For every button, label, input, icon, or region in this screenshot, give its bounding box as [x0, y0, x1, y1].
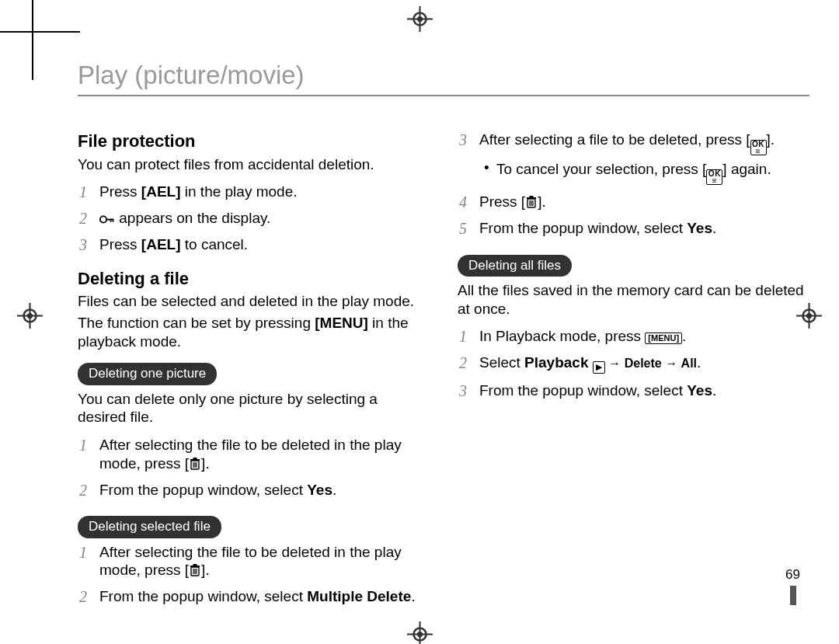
list-item: After selecting the file to be deleted i… [78, 543, 430, 580]
list-item: From the popup window, select Yes. [458, 381, 809, 400]
step-text: Press [ [479, 193, 525, 210]
steps-list: After selecting the file to be deleted i… [78, 543, 430, 606]
step-text: appears on the display. [115, 210, 270, 226]
trash-icon [525, 195, 538, 209]
svg-rect-4 [407, 18, 433, 19]
svg-rect-14 [17, 315, 43, 316]
list-item: After selecting a file to be deleted, pr… [458, 131, 809, 185]
svg-rect-32 [193, 564, 197, 566]
svg-rect-22 [110, 219, 112, 222]
svg-rect-9 [407, 633, 433, 635]
step-text: Press [99, 236, 141, 252]
ok-menu-icon: OK≡ [750, 140, 767, 155]
key-label: [MENU] [315, 315, 368, 331]
step-text: . [332, 482, 336, 498]
page-title: Play (picture/movie) [78, 61, 809, 96]
step-text: . [712, 382, 716, 399]
svg-rect-26 [193, 458, 197, 459]
paragraph: Files can be selected and deleted in the… [78, 292, 430, 311]
paragraph: You can protect files from accidental de… [78, 155, 430, 174]
step-text: In Playback mode, press [479, 328, 645, 344]
svg-rect-37 [527, 197, 536, 199]
pill-heading: Deleting one picture [78, 363, 217, 385]
page-number-text: 69 [785, 567, 800, 583]
steps-list-continued: After selecting a file to be deleted, pr… [458, 131, 809, 238]
key-icon [99, 214, 115, 225]
step-text: ]. [538, 193, 546, 210]
emphasis: Multiple Delete [307, 588, 411, 604]
step-text: . [682, 328, 686, 344]
list-item: Press []. [458, 193, 809, 211]
step-text: From the popup window, select [99, 588, 307, 604]
paragraph: You can delete only one picture by selec… [78, 390, 430, 427]
steps-list: After selecting the file to be deleted i… [78, 436, 430, 499]
step-text: From the popup window, select [99, 482, 307, 498]
list-item: From the popup window, select Yes. [78, 481, 430, 500]
crop-mark [32, 0, 33, 80]
paragraph: The function can be set by pressing [MEN… [78, 314, 430, 351]
emphasis: Yes [307, 482, 332, 498]
step-text: . [712, 220, 716, 236]
list-item: Press [AEL] in the play mode. [78, 183, 430, 201]
step-text: To cancel your selection, press [ [496, 161, 706, 177]
step-text: ]. [201, 562, 210, 578]
list-item: In Playback mode, press [MENU]. [458, 327, 809, 346]
svg-rect-38 [530, 196, 534, 197]
menu-icon: [MENU] [645, 332, 682, 344]
section-heading: File protection [78, 131, 430, 152]
step-text: ]. [767, 131, 775, 148]
list-item: Select Playback ▶ → Delete → All. [458, 353, 809, 374]
playback-icon: ▶ [593, 361, 605, 374]
svg-point-20 [100, 216, 106, 222]
svg-rect-8 [419, 621, 420, 644]
page-content: Play (picture/movie) File protection You… [78, 61, 809, 620]
registration-mark-icon [17, 303, 43, 329]
step-text: ]. [201, 455, 210, 472]
step-text: Select [479, 354, 524, 371]
two-column-layout: File protection You can protect files fr… [78, 131, 809, 620]
step-text: After selecting a file to be deleted, pr… [479, 131, 750, 148]
registration-mark-icon [407, 6, 433, 32]
step-text: From the popup window, select [479, 220, 687, 236]
right-column: After selecting a file to be deleted, pr… [458, 131, 809, 620]
step-text: . [697, 354, 701, 371]
step-text: in the play mode. [181, 183, 298, 200]
registration-mark-icon [407, 621, 433, 644]
step-text: ] again. [722, 161, 771, 177]
list-item: From the popup window, select Multiple D… [78, 587, 430, 606]
trash-icon [189, 563, 201, 577]
step-text: After selecting the file to be deleted i… [99, 437, 402, 472]
svg-rect-23 [113, 219, 114, 222]
left-column: File protection You can protect files fr… [78, 131, 430, 620]
pill-heading: Deleting all files [458, 255, 572, 277]
emphasis: Yes [687, 220, 712, 236]
sub-bullet: To cancel your selection, press [OK≡] ag… [479, 160, 809, 185]
text: The function can be set by pressing [78, 315, 315, 331]
svg-rect-25 [190, 459, 200, 461]
paragraph: All the files saved in the memory card c… [458, 281, 809, 319]
step-text: From the popup window, select [479, 382, 687, 399]
list-item: appears on the display. [78, 209, 430, 228]
arrow-icon: → [662, 357, 681, 370]
page-number: 69 [785, 567, 800, 605]
crop-mark [0, 31, 80, 33]
step-text: Press [99, 183, 141, 200]
emphasis: Playback [524, 354, 588, 371]
svg-rect-31 [190, 566, 200, 567]
list-item: From the popup window, select Yes. [458, 219, 809, 238]
manual-page: Play (picture/movie) File protection You… [0, 0, 839, 644]
pill-heading: Deleting selected file [78, 516, 221, 538]
step-text: to cancel. [181, 236, 249, 252]
section-heading: Deleting a file [78, 268, 430, 290]
arrow-icon: → [605, 357, 625, 370]
key-label: [AEL] [141, 183, 181, 200]
list-item: Press [AEL] to cancel. [78, 235, 430, 254]
emphasis: Yes [687, 382, 712, 399]
step-text: After selecting the file to be deleted i… [99, 544, 402, 579]
step-text: . [411, 588, 415, 604]
key-label: [AEL] [141, 236, 181, 252]
trash-icon [189, 457, 201, 471]
list-item: After selecting the file to be deleted i… [78, 436, 430, 473]
steps-list: In Playback mode, press [MENU]. Select P… [458, 327, 809, 399]
emphasis: All [681, 357, 697, 370]
